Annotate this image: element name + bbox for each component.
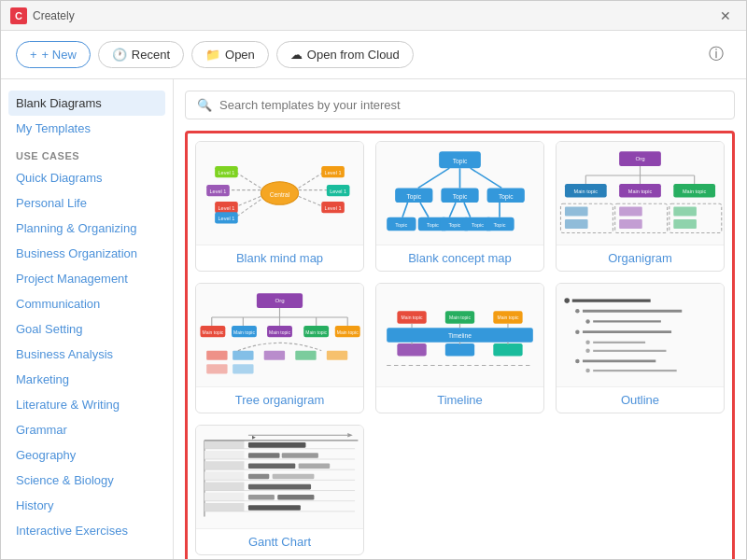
svg-line-25 [418, 168, 450, 188]
svg-rect-152 [273, 474, 315, 480]
recent-button[interactable]: 🕐 Recent [98, 41, 184, 68]
svg-point-126 [575, 329, 579, 333]
toolbar: + + New 🕐 Recent 📁 Open ☁ Open from Clou… [1, 31, 746, 79]
svg-text:Main topic: Main topic [305, 329, 327, 335]
search-bar: 🔍 [185, 91, 735, 119]
card-preview-tree-organigram: Org Main topic [196, 284, 363, 386]
new-button[interactable]: + + New [16, 41, 91, 68]
svg-rect-91 [233, 351, 253, 360]
svg-line-37 [464, 203, 471, 217]
svg-point-130 [585, 369, 589, 372]
open-cloud-button[interactable]: ☁ Open from Cloud [276, 41, 414, 68]
card-label-blank-concept-map: Blank concept map [376, 245, 543, 271]
sidebar-item-history[interactable]: History [1, 493, 173, 518]
plus-icon: + [30, 48, 37, 62]
svg-text:Topic: Topic [406, 193, 421, 201]
content-area: 🔍 Central [174, 79, 746, 560]
svg-line-4 [236, 196, 261, 206]
svg-rect-151 [248, 474, 269, 480]
svg-text:Main topic: Main topic [628, 189, 653, 194]
card-label-gantt-chart: Gantt Chart [196, 528, 363, 554]
card-label-outline: Outline [557, 386, 724, 413]
open-button[interactable]: 📁 Open [191, 41, 269, 68]
open-label: Open [225, 48, 255, 62]
svg-point-129 [575, 359, 579, 363]
svg-text:Main topic: Main topic [269, 329, 290, 335]
concept-map-preview-svg: Topic Topic Topic Topic [376, 142, 543, 245]
svg-rect-148 [282, 453, 318, 458]
sidebar-item-goal-setting[interactable]: Goal Setting [1, 316, 173, 342]
svg-marker-159 [347, 433, 353, 437]
sidebar-item-grammar[interactable]: Grammar [1, 417, 173, 442]
svg-rect-132 [204, 441, 245, 449]
svg-rect-65 [565, 207, 588, 217]
sidebar-item-quick-diagrams[interactable]: Quick Diagrams [1, 165, 173, 190]
svg-text:Timeline: Timeline [448, 332, 472, 339]
sidebar-item-project-management[interactable]: Project Management [1, 266, 173, 291]
sidebar-item-geography[interactable]: Geography [1, 442, 173, 468]
svg-rect-156 [248, 505, 301, 511]
svg-text:Level 1: Level 1 [325, 170, 342, 175]
svg-text:Main topic: Main topic [683, 189, 707, 194]
recent-icon: 🕐 [112, 48, 127, 62]
use-cases-label: USE CASES [1, 141, 173, 165]
close-button[interactable]: ✕ [714, 7, 737, 25]
svg-point-123 [564, 298, 570, 303]
svg-text:Main topic: Main topic [202, 329, 223, 335]
svg-text:Main topic: Main topic [574, 189, 599, 194]
svg-rect-69 [673, 207, 697, 217]
svg-rect-136 [204, 483, 245, 491]
main-layout: Blank Diagrams My Templates USE CASES Qu… [1, 79, 746, 560]
svg-rect-95 [206, 364, 227, 373]
sidebar-item-marketing[interactable]: Marketing [1, 367, 173, 392]
svg-rect-70 [673, 219, 697, 229]
template-card-tree-organigram[interactable]: Org Main topic [195, 283, 364, 413]
svg-rect-137 [204, 493, 245, 501]
template-card-outline[interactable]: Outline [556, 283, 725, 413]
template-card-gantt-chart[interactable]: ▶ Gantt Chart [195, 425, 364, 555]
template-card-timeline[interactable]: Timeline [375, 283, 544, 413]
svg-line-34 [402, 203, 408, 217]
new-label: + New [42, 48, 77, 62]
sidebar-item-communication[interactable]: Communication [1, 291, 173, 316]
cloud-icon: ☁ [290, 48, 303, 62]
svg-text:Topic: Topic [453, 158, 468, 165]
sidebar-item-blank-diagrams[interactable]: Blank Diagrams [8, 91, 165, 116]
svg-text:Topic: Topic [453, 193, 468, 201]
sidebar-item-literature-writing[interactable]: Literature & Writing [1, 392, 173, 417]
title-bar-left: C Creately [10, 7, 75, 24]
svg-line-5 [236, 200, 261, 217]
svg-text:Level 1: Level 1 [218, 205, 234, 211]
svg-rect-107 [493, 343, 522, 356]
svg-rect-92 [264, 351, 285, 360]
gantt-chart-preview-svg: ▶ [196, 426, 363, 528]
svg-rect-146 [248, 442, 306, 448]
svg-text:Topic: Topic [427, 222, 439, 228]
sidebar-item-business-analysis[interactable]: Business Analysis [1, 342, 173, 367]
toolbar-buttons: + + New 🕐 Recent 📁 Open ☁ Open from Clou… [16, 41, 414, 68]
svg-text:Topic: Topic [493, 222, 505, 228]
sidebar-item-planning-organizing[interactable]: Planning & Organizing [1, 216, 173, 241]
template-card-blank-mind-map[interactable]: Central Level 1 [195, 141, 364, 272]
svg-rect-133 [204, 451, 245, 459]
app-logo: C [10, 7, 27, 24]
svg-text:Level 1: Level 1 [325, 205, 342, 211]
sidebar-item-science-biology[interactable]: Science & Biology [1, 468, 173, 493]
svg-line-2 [236, 173, 261, 189]
search-input[interactable] [219, 98, 723, 112]
svg-text:Main topic: Main topic [337, 329, 359, 335]
sidebar-item-business-organization[interactable]: Business Organization [1, 241, 173, 266]
info-button[interactable]: ⓘ [701, 41, 731, 68]
search-icon: 🔍 [197, 98, 212, 112]
template-card-organigram[interactable]: Org Main topic Main topic [556, 141, 725, 272]
sidebar-item-interactive-exercises[interactable]: Interactive Exercises [1, 518, 173, 543]
card-preview-blank-concept-map: Topic Topic Topic Topic [376, 142, 543, 245]
svg-line-36 [449, 203, 456, 217]
sidebar-item-my-templates[interactable]: My Templates [1, 116, 173, 141]
card-preview-outline [557, 284, 724, 386]
sidebar: Blank Diagrams My Templates USE CASES Qu… [1, 79, 174, 560]
sidebar-item-personal-life[interactable]: Personal Life [1, 190, 173, 216]
svg-text:Org: Org [275, 297, 285, 303]
svg-rect-138 [204, 503, 245, 511]
template-card-blank-concept-map[interactable]: Topic Topic Topic Topic [375, 141, 544, 272]
